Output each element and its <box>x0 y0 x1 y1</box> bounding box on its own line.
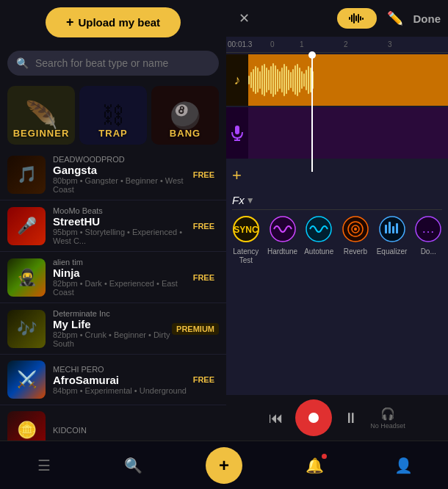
effect-item-more[interactable]: … Do... <box>410 213 447 265</box>
effect-item-reverb[interactable]: Reverb <box>337 213 374 265</box>
waveform-bar <box>259 71 261 90</box>
beat-badge: FREE <box>189 169 219 181</box>
category-card-trap[interactable]: ⛓ TRAP <box>79 86 147 145</box>
done-label: Done <box>413 12 441 25</box>
profile-icon: 👤 <box>394 457 413 474</box>
latency-icon: SYNC <box>233 216 259 242</box>
svg-text:SYNC: SYNC <box>234 225 259 235</box>
beat-badge: FREE <box>189 374 219 385</box>
record-icon <box>308 412 319 424</box>
nav-add-button[interactable]: + <box>206 447 242 484</box>
waveform-bar <box>299 68 300 93</box>
audio-track[interactable]: ♪ <box>226 54 448 106</box>
beat-meta: 80bpm • Gangster • Beginner • West Coast <box>53 176 189 194</box>
pencil-button[interactable]: ✏️ <box>383 6 408 31</box>
nav-profile-button[interactable]: 👤 <box>388 449 420 482</box>
waveform-bar <box>283 64 285 95</box>
beat-info: MooMo Beats StreetHU 95bpm • Storytellin… <box>53 206 189 245</box>
beat-thumb-emoji: ⚔️ <box>17 370 37 389</box>
effect-name-hardtune: Hardtune <box>267 247 297 256</box>
nav-search-button[interactable]: 🔍 <box>117 449 149 482</box>
beat-meta: 82bpm • Crunk • Beginner • Dirty South <box>53 330 172 348</box>
playhead <box>311 54 313 172</box>
close-button[interactable]: ✕ <box>234 8 254 29</box>
beat-badge: FREE <box>189 272 219 283</box>
add-track-button[interactable]: + <box>226 160 448 191</box>
done-button[interactable]: Done <box>413 12 441 25</box>
waveform-bar <box>288 70 289 90</box>
svg-rect-5 <box>360 16 361 21</box>
effect-item-equalizer[interactable]: Equalizer <box>374 213 411 265</box>
nav-bell-button[interactable]: 🔔 <box>299 449 331 482</box>
beat-list-item[interactable]: 🎵 DEADWOODPROD Gangsta 80bpm • Gangster … <box>0 149 226 200</box>
beat-thumbnail: 🥷 <box>7 258 46 297</box>
nav-menu-button[interactable]: ☰ <box>28 449 60 482</box>
effect-item-hardtune[interactable]: Hardtune <box>264 213 301 265</box>
headset-button[interactable]: 🎧 No Headset <box>370 407 405 430</box>
upload-beat-button[interactable]: + Upload my beat <box>46 7 181 37</box>
beat-meta: 84bpm • Experimental • Underground <box>53 386 189 395</box>
svg-point-25 <box>308 413 319 423</box>
waveform-bar <box>301 71 303 90</box>
waveform-mode-button[interactable] <box>337 8 377 29</box>
effect-item-autotune[interactable]: Autotune <box>300 213 337 265</box>
upload-bar: + Upload my beat <box>0 0 226 45</box>
waveform-bar <box>255 66 256 93</box>
beat-list-item[interactable]: 🥷 alien tim Ninja 82bpm • Dark • Experie… <box>0 252 226 303</box>
effect-name-equalizer: Equalizer <box>377 247 408 256</box>
waveform-bar <box>275 65 276 95</box>
track-container: ♪ <box>226 54 448 159</box>
ruler-0: 0 <box>270 40 275 48</box>
effect-item-latency[interactable]: SYNC LatencyTest <box>228 213 264 265</box>
search-input[interactable] <box>7 51 219 76</box>
upload-beat-label: Upload my beat <box>78 16 160 29</box>
mic-icon-wrap <box>226 107 248 159</box>
category-card-bang[interactable]: 🎱 BANG <box>151 86 219 145</box>
beat-list-item[interactable]: 🎤 MooMo Beats StreetHU 95bpm • Storytell… <box>0 200 226 252</box>
beat-list-item[interactable]: 🪙 KIDCOIN <box>0 405 226 441</box>
right-panel: ✕ ✏️ Done 00:01.3 0 1 2 <box>226 0 448 441</box>
ruler-2: 2 <box>344 40 348 48</box>
svg-rect-19 <box>385 225 387 233</box>
beat-thumb-emoji: 🎵 <box>17 165 37 184</box>
rewind-button[interactable]: ⏮ <box>269 410 283 427</box>
plus-icon: + <box>66 15 74 30</box>
mic-track[interactable] <box>226 107 448 159</box>
beat-title: Gangsta <box>53 164 189 176</box>
music-note-icon: ♪ <box>234 73 241 88</box>
beat-badge: FREE <box>189 220 219 232</box>
timeline-area: 00:01.3 0 1 2 3 ♪ <box>226 37 448 395</box>
effect-circle-equalizer <box>376 213 408 245</box>
svg-rect-21 <box>392 226 394 233</box>
more-effects-icon: … <box>415 216 441 242</box>
beat-list-item[interactable]: 🎶 Determinate Inc My Life 82bpm • Crunk … <box>0 303 226 355</box>
fx-chevron-icon: ▼ <box>246 195 255 206</box>
beat-thumbnail: 🎤 <box>7 207 46 245</box>
effect-circle-more: … <box>412 213 444 245</box>
autotune-icon <box>306 216 332 242</box>
svg-rect-20 <box>389 222 391 233</box>
waveform-bar <box>264 64 265 95</box>
waveform-bar <box>308 66 309 93</box>
waveform-bar <box>266 68 267 93</box>
time-ruler: 00:01.3 0 1 2 3 <box>226 37 448 53</box>
search-icon: 🔍 <box>16 57 29 69</box>
waveform-bar <box>292 69 294 92</box>
waveform-bar <box>257 68 259 93</box>
waveform-bars <box>248 54 448 106</box>
search-wrap: 🔍 <box>7 51 219 76</box>
category-card-beginner[interactable]: 🪶 BEGINNER <box>7 86 75 145</box>
waveform-bar <box>286 66 287 93</box>
beat-list-item[interactable]: ⚔️ MECHI PERO AfroSamurai 84bpm • Experi… <box>0 355 226 405</box>
record-button[interactable] <box>295 399 332 436</box>
pause-button[interactable]: ⏸ <box>344 410 358 427</box>
add-icon: + <box>232 166 242 184</box>
left-panel: + Upload my beat 🔍 🪶 BEGINNER ⛓ TRAP 🎱 <box>0 0 226 441</box>
track-icon: ♪ <box>226 54 248 106</box>
bottom-nav: ☰ 🔍 + 🔔 👤 <box>0 441 448 489</box>
effect-name-autotune: Autotune <box>304 247 333 256</box>
effect-circle-reverb <box>339 213 372 245</box>
beat-producer: MECHI PERO <box>53 365 189 374</box>
svg-rect-3 <box>355 15 357 21</box>
categories-row: 🪶 BEGINNER ⛓ TRAP 🎱 BANG <box>0 82 226 149</box>
